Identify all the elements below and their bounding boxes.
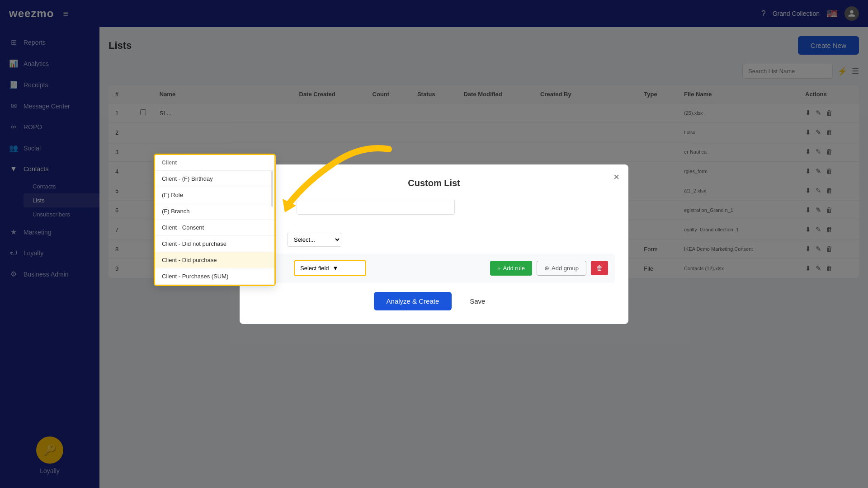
field-dropdown-menu: Client Client - (F) Birthday(F) Role(F) …: [154, 154, 276, 286]
delete-rule-button[interactable]: 🗑: [591, 261, 608, 275]
circle-plus-icon: ⊕: [544, 265, 549, 272]
dropdown-item-did-not-purchase[interactable]: Client - Did not purchase: [155, 236, 274, 252]
rule-section: No Select field ▼ + Add rule ⊕ Add group…: [253, 253, 615, 283]
add-group-button[interactable]: ⊕ Add group: [537, 261, 586, 276]
modal-title: Custom List: [253, 178, 615, 188]
add-rule-button[interactable]: + Add rule: [490, 261, 532, 276]
modal-overlay[interactable]: Custom List × * is Select Period Select.…: [0, 0, 868, 488]
dropdown-item-purchases-sum[interactable]: Client - Purchases (SUM): [155, 268, 274, 285]
plus-icon: +: [497, 265, 501, 272]
select-field-dropdown[interactable]: Select field ▼: [294, 260, 366, 276]
list-name-input[interactable]: [297, 200, 455, 215]
dropdown-item-birthday[interactable]: Client - (F) Birthday: [155, 171, 274, 187]
dropdown-item-role[interactable]: (F) Role: [155, 187, 274, 203]
dropdown-item-did-purchase[interactable]: Client - Did purchase: [155, 252, 274, 268]
save-button[interactable]: Save: [461, 292, 494, 310]
select-field-label: Select field: [300, 265, 329, 272]
period-select[interactable]: Select...: [287, 233, 341, 247]
dropdown-header: Client: [155, 155, 274, 171]
custom-list-modal: Custom List × * is Select Period Select.…: [240, 164, 628, 324]
dropdown-item-branch[interactable]: (F) Branch: [155, 203, 274, 220]
dropdown-item-consent[interactable]: Client - Consent: [155, 220, 274, 236]
analyze-create-button[interactable]: Analyze & Create: [374, 292, 452, 310]
chevron-down-icon: ▼: [333, 265, 339, 272]
modal-close-button[interactable]: ×: [613, 171, 619, 183]
dropdown-scrollbar[interactable]: [271, 171, 273, 207]
